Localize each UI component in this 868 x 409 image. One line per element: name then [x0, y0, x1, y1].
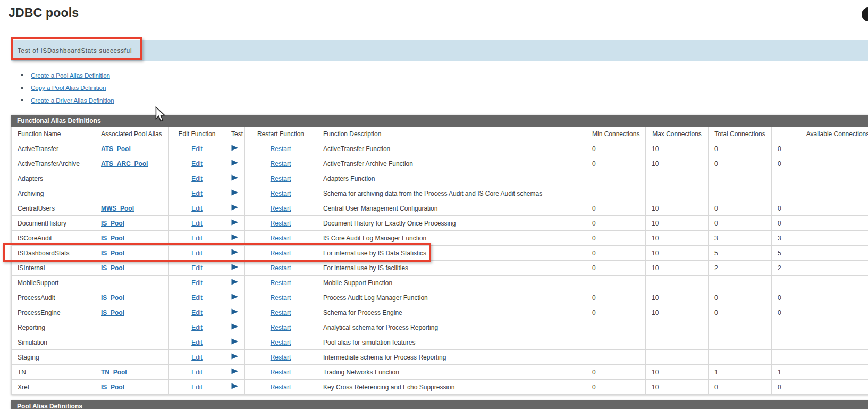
function-description-cell: IS Core Audit Log Manager Function — [317, 231, 586, 246]
restart-function-link[interactable]: Restart — [271, 264, 291, 272]
test-cell — [225, 365, 245, 380]
play-icon — [231, 160, 239, 166]
col-min-connections: Min Connections — [586, 127, 646, 141]
test-play-button[interactable] — [231, 264, 239, 270]
test-play-button[interactable] — [231, 204, 239, 211]
edit-function-link[interactable]: Edit — [191, 369, 203, 376]
restart-function-link[interactable]: Restart — [271, 369, 291, 376]
function-description-cell: Process Audit Log Manager Function — [317, 290, 586, 305]
pool-alias-link[interactable]: IS_Pool — [101, 294, 124, 302]
restart-function-link[interactable]: Restart — [271, 354, 291, 361]
test-play-button[interactable] — [231, 308, 239, 315]
edit-function-link[interactable]: Edit — [191, 190, 203, 197]
available-connections-cell: 2 — [772, 261, 868, 276]
test-cell — [225, 201, 245, 216]
function-name-cell: ISInternal — [12, 261, 95, 276]
function-description-cell: For internal use by IS facilities — [317, 261, 586, 276]
pool-alias-link[interactable]: ATS_Pool — [101, 145, 131, 153]
pool-alias-panel: Pool Alias Definitions — [11, 400, 868, 409]
edit-function-link[interactable]: Edit — [191, 220, 203, 227]
restart-function-link[interactable]: Restart — [271, 145, 291, 153]
restart-function-link[interactable]: Restart — [271, 324, 291, 331]
restart-function-cell: Restart — [245, 201, 317, 216]
edit-function-link[interactable]: Edit — [191, 294, 203, 302]
edit-function-link[interactable]: Edit — [191, 175, 203, 182]
test-play-button[interactable] — [231, 353, 239, 360]
pool-alias-link[interactable]: ATS_ARC_Pool — [101, 160, 148, 168]
edit-function-link[interactable]: Edit — [191, 279, 203, 287]
restart-function-link[interactable]: Restart — [271, 383, 291, 391]
status-message-text: Test of ISDashboardStats successful — [18, 40, 132, 61]
restart-function-cell: Restart — [245, 320, 317, 335]
edit-function-link[interactable]: Edit — [191, 324, 203, 331]
test-play-button[interactable] — [231, 189, 239, 196]
pool-alias-link[interactable]: IS_Pool — [101, 220, 124, 227]
play-icon — [231, 145, 239, 151]
restart-function-link[interactable]: Restart — [271, 190, 291, 197]
pool-alias-link[interactable]: MWS_Pool — [101, 205, 134, 212]
test-play-button[interactable] — [231, 160, 239, 166]
edit-function-link[interactable]: Edit — [191, 235, 203, 242]
edit-function-cell: Edit — [169, 290, 225, 305]
max-connections-cell: 10 — [646, 231, 709, 246]
min-connections-cell: 0 — [586, 305, 646, 320]
restart-function-link[interactable]: Restart — [271, 309, 291, 316]
pool-alias-link[interactable]: IS_Pool — [101, 383, 124, 391]
restart-function-link[interactable]: Restart — [271, 235, 291, 242]
floating-help-button[interactable] — [862, 7, 868, 21]
test-play-button[interactable] — [231, 249, 239, 255]
edit-function-link[interactable]: Edit — [191, 309, 203, 316]
test-play-button[interactable] — [231, 383, 239, 389]
copy-pool-alias-link[interactable]: Copy a Pool Alias Definition — [31, 85, 106, 91]
function-name-cell: ISDashboardStats — [12, 246, 95, 261]
restart-function-link[interactable]: Restart — [271, 205, 291, 212]
restart-function-link[interactable]: Restart — [271, 249, 291, 257]
table-row: SimulationEditRestartPool alias for simu… — [12, 335, 868, 350]
restart-function-link[interactable]: Restart — [271, 279, 291, 287]
test-play-button[interactable] — [231, 368, 239, 374]
edit-function-link[interactable]: Edit — [191, 160, 203, 168]
edit-function-link[interactable]: Edit — [191, 339, 203, 346]
test-play-button[interactable] — [231, 294, 239, 300]
edit-function-link[interactable]: Edit — [191, 249, 203, 257]
test-cell — [225, 335, 245, 350]
restart-function-link[interactable]: Restart — [271, 220, 291, 227]
test-cell — [225, 231, 245, 246]
min-connections-cell — [586, 171, 646, 186]
test-play-button[interactable] — [231, 338, 239, 345]
pool-alias-cell — [95, 171, 169, 186]
pool-alias-link[interactable]: IS_Pool — [101, 264, 124, 272]
available-connections-cell — [772, 335, 868, 350]
pool-alias-cell — [95, 350, 169, 365]
edit-function-cell: Edit — [169, 350, 225, 365]
edit-function-link[interactable]: Edit — [191, 145, 203, 153]
function-name-cell: ProcessAudit — [12, 290, 95, 305]
list-item: Create a Pool Alias Definition — [21, 69, 114, 82]
edit-function-link[interactable]: Edit — [191, 264, 203, 272]
restart-function-link[interactable]: Restart — [271, 339, 291, 346]
restart-function-link[interactable]: Restart — [271, 294, 291, 302]
function-description-cell: ActiveTransfer Archive Function — [317, 156, 586, 171]
function-name-cell: Adapters — [12, 171, 95, 186]
pool-alias-link[interactable]: IS_Pool — [101, 249, 124, 257]
restart-function-link[interactable]: Restart — [271, 160, 291, 168]
edit-function-link[interactable]: Edit — [191, 205, 203, 212]
test-play-button[interactable] — [231, 219, 239, 226]
pool-alias-link[interactable]: IS_Pool — [101, 235, 124, 242]
test-play-button[interactable] — [231, 174, 239, 181]
edit-function-link[interactable]: Edit — [191, 383, 203, 391]
pool-alias-cell: IS_Pool — [95, 231, 169, 246]
play-icon — [231, 174, 239, 181]
max-connections-cell — [646, 186, 709, 201]
edit-function-cell: Edit — [169, 276, 225, 290]
pool-alias-link[interactable]: TN_Pool — [101, 369, 127, 376]
test-play-button[interactable] — [231, 279, 239, 285]
test-play-button[interactable] — [231, 234, 239, 240]
restart-function-link[interactable]: Restart — [271, 175, 291, 182]
create-pool-alias-link[interactable]: Create a Pool Alias Definition — [31, 72, 110, 79]
pool-alias-link[interactable]: IS_Pool — [101, 309, 124, 316]
create-driver-alias-link[interactable]: Create a Driver Alias Definition — [31, 97, 114, 104]
test-play-button[interactable] — [231, 145, 239, 151]
edit-function-link[interactable]: Edit — [191, 354, 203, 361]
test-play-button[interactable] — [231, 323, 239, 330]
